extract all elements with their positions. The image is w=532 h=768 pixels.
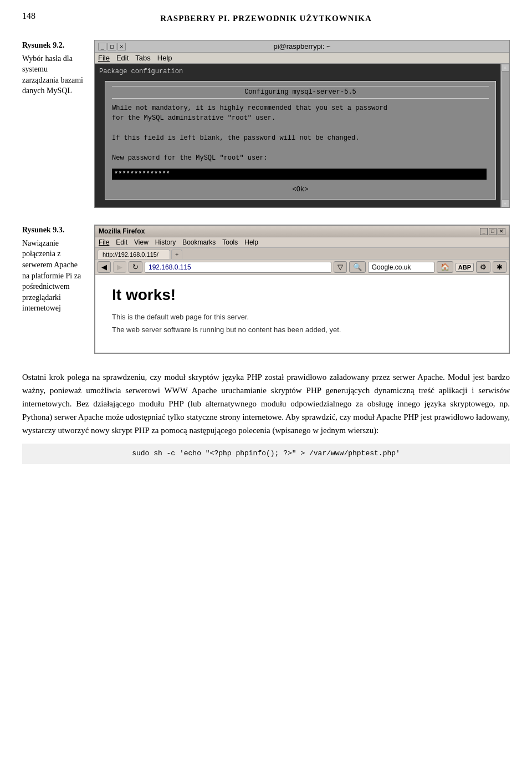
- figure-92-caption: Rysunek 9.2. Wybór hasła dla systemu zar…: [22, 40, 94, 96]
- firefox-go-btn[interactable]: ▽: [334, 261, 347, 273]
- page-header: RASPBERRY PI. PRZEWODNIK UŻYTKOWNIKA: [22, 11, 510, 23]
- terminal-menu-edit[interactable]: Edit: [116, 54, 129, 62]
- firefox-page-heading: It works!: [112, 286, 492, 304]
- ff-menu-history[interactable]: History: [155, 238, 176, 246]
- firefox-menubar: File Edit View History Bookmarks Tools H…: [95, 237, 509, 248]
- firefox-window: Mozilla Firefox _ □ ✕ File Edit View His…: [94, 225, 510, 354]
- dialog-body: While not mandatory, it is highly recomm…: [112, 103, 489, 163]
- terminal-menu-tabs[interactable]: Tabs: [135, 54, 150, 62]
- figure-93-caption-text: Nawiązanie połączenia z serwerem Apache …: [22, 238, 86, 314]
- scroll-up-btn[interactable]: ▲: [502, 64, 509, 72]
- page-number: 148: [22, 11, 35, 21]
- firefox-content: It works! This is the default web page f…: [95, 275, 509, 353]
- body-para1: Ostatni krok polega na sprawdzeniu, czy …: [22, 370, 510, 437]
- password-field[interactable]: **************: [112, 169, 487, 180]
- scroll-down-btn[interactable]: ▼: [502, 200, 509, 207]
- code-block: sudo sh -c 'echo "<?php phpinfo(); ?>" >…: [22, 444, 510, 464]
- firefox-tab-active[interactable]: http://192.168.0.115/: [98, 250, 170, 259]
- dialog-line-3: If this field is left blank, the passwor…: [112, 133, 489, 143]
- firefox-new-tab-btn[interactable]: +: [171, 250, 182, 259]
- ff-menu-view[interactable]: View: [134, 238, 149, 246]
- figure-93-label: Rysunek 9.3.: [22, 225, 86, 236]
- firefox-maximize-btn[interactable]: □: [489, 228, 497, 235]
- terminal-menubar: File Edit Tabs Help: [95, 53, 509, 64]
- firefox-page-para2: The web server software is running but n…: [112, 325, 492, 334]
- terminal-menu-file[interactable]: File: [98, 54, 110, 62]
- terminal-body: Package configuration Configuring mysql-…: [95, 64, 509, 207]
- firefox-minimize-btn[interactable]: _: [480, 228, 488, 235]
- ff-menu-help[interactable]: Help: [244, 238, 258, 246]
- firefox-search-box[interactable]: Google.co.uk: [368, 262, 434, 273]
- firefox-nav-row: ◀ ▶ ↻ 192.168.0.115 ▽ 🔍 Google.co.uk 🏠 A…: [95, 260, 509, 275]
- firefox-search-icon[interactable]: 🔍: [349, 261, 366, 273]
- dialog-title: Configuring mysql-server-5.5: [112, 86, 489, 99]
- firefox-reload-btn[interactable]: ↻: [129, 261, 142, 273]
- terminal-menu-help[interactable]: Help: [157, 54, 172, 62]
- firefox-tab-label: http://192.168.0.115/: [103, 251, 158, 258]
- ff-menu-edit[interactable]: Edit: [116, 238, 127, 246]
- terminal-close-btn[interactable]: ✕: [117, 43, 126, 50]
- firefox-abp-addon[interactable]: ABP: [456, 263, 474, 272]
- page: 148 RASPBERRY PI. PRZEWODNIK UŻYTKOWNIKA…: [0, 0, 532, 486]
- firefox-controls: _ □ ✕: [480, 228, 505, 235]
- terminal-package-config: Package configuration: [99, 67, 505, 77]
- ff-menu-file[interactable]: File: [99, 238, 109, 246]
- figure-93-caption: Rysunek 9.3. Nawiązanie połączenia z ser…: [22, 225, 94, 314]
- firefox-addon-btn2[interactable]: ⚙: [476, 261, 490, 273]
- dialog-ok[interactable]: <Ok>: [112, 185, 489, 195]
- firefox-titlebar: Mozilla Firefox _ □ ✕: [95, 226, 509, 237]
- terminal-minimize-btn[interactable]: _: [98, 43, 106, 50]
- ff-menu-bookmarks[interactable]: Bookmarks: [182, 238, 216, 246]
- scroll-track: [502, 72, 509, 200]
- firefox-address-bar[interactable]: 192.168.0.115: [145, 262, 331, 273]
- dialog-line-4: New password for the MySQL "root" user:: [112, 153, 489, 163]
- body-text: Ostatni krok polega na sprawdzeniu, czy …: [22, 370, 510, 464]
- firefox-addon-btn3[interactable]: ✱: [493, 261, 507, 273]
- figure-92-label: Rysunek 9.2.: [22, 40, 86, 51]
- figure-93-row: Rysunek 9.3. Nawiązanie połączenia z ser…: [22, 225, 510, 354]
- firefox-page-para1: This is the default web page for this se…: [112, 313, 492, 321]
- firefox-home-btn[interactable]: 🏠: [437, 261, 453, 273]
- firefox-tab-row: http://192.168.0.115/ +: [95, 248, 509, 260]
- figure-93-content: Mozilla Firefox _ □ ✕ File Edit View His…: [94, 225, 510, 354]
- terminal-maximize-btn[interactable]: □: [108, 43, 116, 50]
- firefox-close-btn[interactable]: ✕: [498, 228, 505, 235]
- terminal-title: pi@raspberrypi: ~: [126, 42, 478, 50]
- terminal-dialog: Configuring mysql-server-5.5 While not m…: [105, 81, 496, 200]
- figure-92-row: Rysunek 9.2. Wybór hasła dla systemu zar…: [22, 40, 510, 208]
- firefox-forward-btn[interactable]: ▶: [113, 261, 126, 273]
- terminal-scrollbar[interactable]: ▲ ▼: [500, 64, 509, 207]
- terminal-window: _ □ ✕ pi@raspberrypi: ~ File Edit Tabs H…: [94, 40, 510, 208]
- figure-92-content: _ □ ✕ pi@raspberrypi: ~ File Edit Tabs H…: [94, 40, 510, 208]
- firefox-back-btn[interactable]: ◀: [98, 261, 111, 273]
- terminal-titlebar: _ □ ✕ pi@raspberrypi: ~: [95, 40, 509, 53]
- figure-92-caption-text: Wybór hasła dla systemu zarządzania baza…: [22, 53, 86, 96]
- ff-menu-tools[interactable]: Tools: [222, 238, 238, 246]
- dialog-line-2: for the MySQL administrative "root" user…: [112, 113, 489, 123]
- firefox-title: Mozilla Firefox: [99, 227, 145, 235]
- dialog-line-1: While not mandatory, it is highly recomm…: [112, 103, 489, 113]
